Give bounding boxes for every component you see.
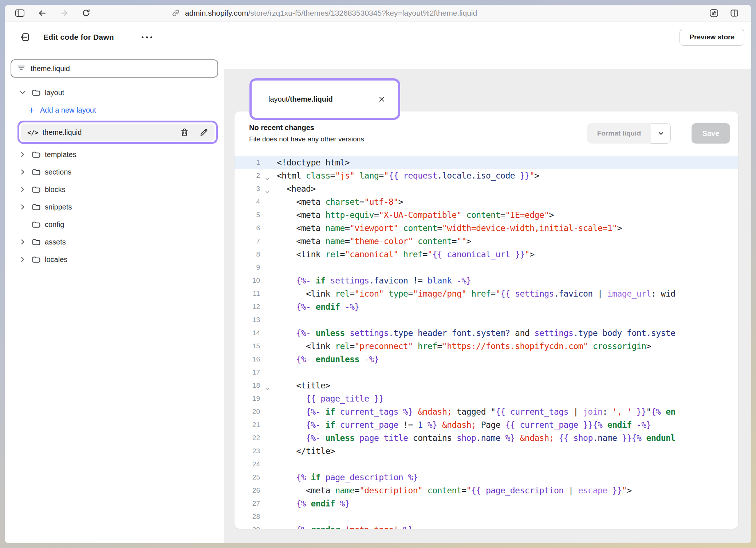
line-number[interactable]: 7 bbox=[235, 235, 271, 248]
code-line-12[interactable]: 12 {%- endif -%} bbox=[235, 300, 738, 313]
format-liquid-split-button: Format liquid bbox=[587, 123, 671, 144]
code-line-1[interactable]: 1<!doctype html> bbox=[235, 156, 738, 169]
sidebar-folder-snippets[interactable]: snippets bbox=[11, 198, 218, 216]
page-settings-icon[interactable] bbox=[709, 8, 719, 18]
line-number[interactable]: 13 bbox=[235, 313, 271, 326]
code-line-9[interactable]: 9 bbox=[235, 261, 738, 274]
reload-icon[interactable] bbox=[82, 8, 91, 17]
back-icon[interactable] bbox=[38, 9, 47, 17]
chevron-right-icon[interactable] bbox=[18, 255, 27, 264]
line-number[interactable]: 5 bbox=[235, 208, 271, 222]
filter-icon bbox=[16, 63, 26, 74]
add-new-layout-button[interactable]: +Add a new layout bbox=[11, 101, 218, 119]
chevron-right-icon[interactable] bbox=[18, 150, 27, 159]
code-line-26[interactable]: 26 <meta name="description" content="{{ … bbox=[235, 484, 738, 497]
toolbar-divider bbox=[681, 111, 681, 155]
code-line-23[interactable]: 23 </title> bbox=[235, 445, 738, 458]
preview-store-button[interactable]: Preview store bbox=[680, 29, 744, 46]
rename-file-icon[interactable] bbox=[199, 128, 209, 137]
line-number[interactable]: 20 bbox=[235, 405, 271, 418]
more-actions-icon[interactable] bbox=[142, 36, 152, 38]
line-number[interactable]: 8 bbox=[235, 248, 271, 261]
chevron-right-icon[interactable] bbox=[18, 167, 27, 177]
code-line-8[interactable]: 8 <link rel="canonical" href="{{ canonic… bbox=[235, 248, 738, 261]
line-number[interactable]: 3 bbox=[235, 182, 271, 195]
code-line-22[interactable]: 22 {%- unless page_title contains shop.n… bbox=[235, 431, 738, 445]
line-number[interactable]: 24 bbox=[235, 458, 271, 471]
editor-background: layout/theme.liquid No recent changes Fi… bbox=[224, 69, 751, 543]
chevron-right-icon[interactable] bbox=[18, 202, 27, 212]
line-number[interactable]: 11 bbox=[235, 287, 271, 300]
address-bar[interactable]: admin.shopify.com/store/rzq1xu-f5/themes… bbox=[172, 9, 477, 17]
line-number[interactable]: 28 bbox=[235, 510, 271, 523]
line-number[interactable]: 6 bbox=[235, 222, 271, 235]
code-line-13[interactable]: 13 bbox=[235, 313, 738, 326]
code-line-24[interactable]: 24 bbox=[235, 458, 738, 471]
sidebar-folder-locales[interactable]: locales bbox=[11, 251, 218, 268]
chevron-right-icon[interactable] bbox=[18, 237, 27, 247]
line-number[interactable]: 22 bbox=[235, 431, 271, 445]
line-number[interactable]: 26 bbox=[235, 484, 271, 497]
sidebar-folder-sections[interactable]: sections bbox=[11, 163, 218, 181]
code-line-2[interactable]: 2<html class="js" lang="{{ request.local… bbox=[235, 169, 738, 182]
chevron-down-icon[interactable] bbox=[18, 88, 27, 97]
line-number[interactable]: 27 bbox=[235, 497, 271, 510]
line-number[interactable]: 21 bbox=[235, 418, 271, 431]
delete-file-icon[interactable] bbox=[180, 128, 189, 137]
exit-editor-icon[interactable] bbox=[20, 32, 31, 43]
code-line-16[interactable]: 16 {%- endunless -%} bbox=[235, 353, 738, 366]
code-line-18[interactable]: 18 <title> bbox=[235, 379, 738, 392]
line-number[interactable]: 1 bbox=[235, 156, 271, 169]
line-number[interactable]: 9 bbox=[235, 261, 271, 274]
line-number[interactable]: 4 bbox=[235, 195, 271, 208]
line-number[interactable]: 10 bbox=[235, 274, 271, 287]
split-view-icon[interactable] bbox=[730, 9, 739, 17]
code-line-7[interactable]: 7 <meta name="theme-color" content=""> bbox=[235, 235, 738, 248]
sidebar-file-theme.liquid[interactable]: </>theme.liquid bbox=[21, 124, 214, 141]
code-line-19[interactable]: 19 {{ page_title }} bbox=[235, 392, 738, 405]
line-number[interactable]: 12 bbox=[235, 300, 271, 313]
code-line-10[interactable]: 10 {%- if settings.favicon != blank -%} bbox=[235, 274, 738, 287]
code-line-6[interactable]: 6 <meta name="viewport" content="width=d… bbox=[235, 222, 738, 235]
code-line-20[interactable]: 20 {%- if current_tags %} &ndash; tagged… bbox=[235, 405, 738, 418]
sidebar-folder-blocks[interactable]: blocks bbox=[11, 181, 218, 198]
code-line-27[interactable]: 27 {% endif %} bbox=[235, 497, 738, 510]
format-liquid-button[interactable]: Format liquid bbox=[587, 123, 651, 144]
line-number[interactable]: 2 bbox=[235, 169, 271, 182]
line-number[interactable]: 17 bbox=[235, 366, 271, 379]
sidebar-toggle-icon[interactable] bbox=[15, 9, 25, 17]
line-number[interactable]: 14 bbox=[235, 326, 271, 340]
line-number[interactable]: 18 bbox=[235, 379, 271, 392]
code-line-25[interactable]: 25 {% if page_description %} bbox=[235, 471, 738, 484]
code-text: {% endif %} bbox=[271, 497, 738, 510]
line-number[interactable]: 23 bbox=[235, 445, 271, 458]
code-text: <link rel="icon" type="image/png" href="… bbox=[271, 287, 738, 300]
file-search[interactable] bbox=[11, 59, 218, 78]
code-line-15[interactable]: 15 <link rel="preconnect" href="https://… bbox=[235, 340, 738, 353]
format-dropdown-button[interactable] bbox=[651, 123, 671, 144]
code-line-17[interactable]: 17 bbox=[235, 366, 738, 379]
sidebar-folder-layout[interactable]: layout bbox=[11, 84, 218, 101]
close-tab-icon[interactable] bbox=[378, 95, 386, 103]
line-number[interactable]: 29 bbox=[235, 523, 271, 529]
sidebar-folder-assets[interactable]: assets bbox=[11, 233, 218, 251]
tab-label: layout/theme.liquid bbox=[268, 95, 333, 103]
search-input[interactable] bbox=[31, 64, 212, 73]
code-line-4[interactable]: 4 <meta charset="utf-8"> bbox=[235, 195, 738, 208]
code-line-28[interactable]: 28 bbox=[235, 510, 738, 523]
line-number[interactable]: 16 bbox=[235, 353, 271, 366]
line-number[interactable]: 19 bbox=[235, 392, 271, 405]
tab-theme-liquid[interactable]: layout/theme.liquid bbox=[255, 84, 394, 118]
code-line-21[interactable]: 21 {%- if current_page != 1 %} &ndash; P… bbox=[235, 418, 738, 431]
code-line-5[interactable]: 5 <meta http-equiv="X-UA-Compatible" con… bbox=[235, 208, 738, 222]
sidebar-folder-config[interactable]: config bbox=[11, 216, 218, 233]
code-line-3[interactable]: 3 <head> bbox=[235, 182, 738, 195]
chevron-right-icon[interactable] bbox=[18, 185, 27, 194]
code-editor[interactable]: 1<!doctype html>2<html class="js" lang="… bbox=[235, 155, 738, 529]
line-number[interactable]: 15 bbox=[235, 340, 271, 353]
code-line-14[interactable]: 14 {%- unless settings.type_header_font.… bbox=[235, 326, 738, 340]
sidebar-folder-templates[interactable]: templates bbox=[11, 146, 218, 163]
code-line-11[interactable]: 11 <link rel="icon" type="image/png" hre… bbox=[235, 287, 738, 300]
line-number[interactable]: 25 bbox=[235, 471, 271, 484]
code-line-29[interactable]: 29 {% render 'meta-tags' %} bbox=[235, 523, 738, 529]
